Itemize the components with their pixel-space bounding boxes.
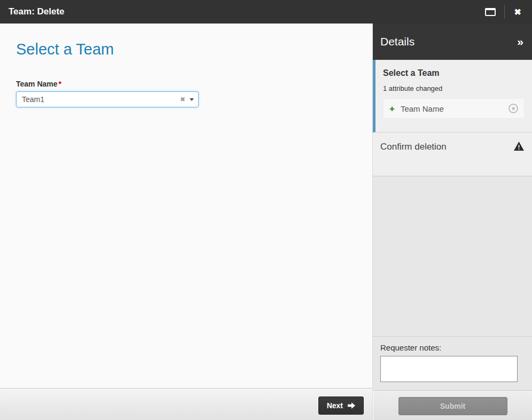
next-button-label: Next <box>327 401 343 410</box>
titlebar: Team: Delete ✖ <box>0 0 532 24</box>
titlebar-actions: ✖ <box>484 5 523 19</box>
team-delete-modal: Team: Delete ✖ Select a Team Team Name* <box>0 0 532 420</box>
clear-selection-icon[interactable]: ✖ <box>178 96 187 103</box>
details-title: Details <box>380 35 414 48</box>
circled-x-icon: ✖ <box>512 106 515 111</box>
details-step-title: Select a Team <box>383 68 525 78</box>
team-name-combobox[interactable]: ✖ <box>16 91 199 107</box>
close-button[interactable]: ✖ <box>512 6 523 18</box>
remove-change-button[interactable]: ✖ <box>508 104 518 113</box>
requester-notes-block: Requester notes: <box>373 336 532 390</box>
maximize-window-icon <box>485 8 496 16</box>
team-name-input[interactable] <box>17 95 178 104</box>
details-confirm-section: Confirm deletion <box>373 133 532 176</box>
wizard-step-pane: Select a Team Team Name* ✖ Next <box>0 24 372 420</box>
maximize-button[interactable] <box>484 7 497 17</box>
details-empty-area <box>373 176 532 336</box>
details-sidebar: Details » Select a Team 1 attribute chan… <box>372 24 532 420</box>
requester-notes-label: Requester notes: <box>380 343 525 352</box>
details-footer: Submit <box>373 390 532 420</box>
collapse-panel-button[interactable]: » <box>517 35 523 48</box>
arrow-right-icon <box>348 402 355 409</box>
chevron-double-right-icon: » <box>517 35 523 48</box>
submit-button[interactable]: Submit <box>398 397 507 415</box>
titlebar-divider <box>504 5 505 19</box>
step-content: Select a Team Team Name* ✖ <box>0 24 372 388</box>
team-name-form-group: Team Name* ✖ <box>16 80 199 107</box>
warning-triangle-icon <box>514 142 524 151</box>
changed-attribute-card[interactable]: + Team Name ✖ <box>383 98 525 119</box>
close-icon: ✖ <box>514 7 521 17</box>
details-header: Details » <box>373 24 532 60</box>
details-step-section-active: Select a Team 1 attribute changed + Team… <box>373 60 532 133</box>
requester-notes-textarea[interactable] <box>380 356 518 382</box>
caret-down-icon[interactable] <box>190 98 194 101</box>
step-heading: Select a Team <box>16 41 356 58</box>
plus-icon: + <box>389 104 395 113</box>
modal-body: Select a Team Team Name* ✖ Next <box>0 24 532 420</box>
changed-attribute-label: Team Name <box>401 104 508 113</box>
team-name-label: Team Name* <box>16 80 199 88</box>
required-asterisk: * <box>59 80 61 88</box>
confirm-deletion-title: Confirm deletion <box>380 142 447 152</box>
wizard-footer: Next <box>0 388 372 420</box>
attribute-changed-count: 1 attribute changed <box>383 84 525 92</box>
window-title: Team: Delete <box>9 6 484 17</box>
next-button[interactable]: Next <box>318 396 364 415</box>
